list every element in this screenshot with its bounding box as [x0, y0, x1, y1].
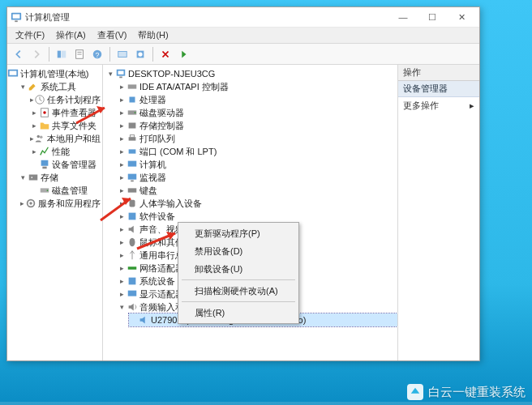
pc-icon	[127, 159, 138, 170]
dev-root[interactable]: ▾ DESKTOP-NJEU3CG	[106, 67, 397, 80]
collapse-icon[interactable]: ▾	[106, 70, 115, 78]
collapse-icon[interactable]: ▾	[19, 173, 28, 181]
scan-hardware-button[interactable]	[132, 46, 148, 62]
disk-icon	[39, 185, 50, 196]
dev-diskdrv[interactable]: ▸磁盘驱动器	[118, 106, 397, 119]
tree-performance[interactable]: ▸性能	[30, 145, 102, 158]
expand-icon[interactable]: ▸	[118, 147, 127, 156]
svg-rect-38	[129, 149, 136, 153]
expand-icon[interactable]: ▸	[118, 96, 127, 104]
actions-more[interactable]: 更多操作 ▸	[398, 97, 479, 113]
enable-button[interactable]	[175, 46, 191, 62]
menu-file[interactable]: 文件(F)	[11, 29, 49, 41]
tree-local-users[interactable]: ▸本地用户和组	[30, 132, 102, 145]
menu-properties[interactable]: 属性(R)	[180, 304, 297, 322]
svg-rect-30	[119, 77, 122, 79]
expand-icon[interactable]: ▸	[118, 109, 127, 117]
svg-rect-1	[13, 15, 20, 19]
expand-icon[interactable]: ▸	[118, 122, 127, 130]
svg-text:?: ?	[96, 50, 100, 58]
devmgr-icon	[39, 159, 50, 170]
forward-button[interactable]	[28, 46, 45, 62]
dev-ide[interactable]: ▸IDE ATA/ATAPI 控制器	[118, 80, 397, 93]
users-icon	[34, 133, 45, 144]
refresh-button[interactable]	[114, 46, 131, 62]
collapse-icon[interactable]: ▾	[19, 83, 28, 91]
dev-storctl[interactable]: ▸存储控制器	[118, 119, 397, 132]
expand-icon[interactable]: ▸	[118, 277, 127, 285]
tree-disk-mgmt[interactable]: ▸磁盘管理	[30, 184, 102, 197]
maximize-button[interactable]: ☐	[418, 8, 447, 26]
svg-rect-44	[129, 213, 136, 220]
clock-icon	[34, 94, 45, 105]
svg-rect-42	[128, 188, 137, 192]
expand-icon[interactable]: ▸	[118, 212, 127, 220]
show-hide-tree-button[interactable]	[54, 46, 70, 62]
menu-view[interactable]: 查看(V)	[92, 29, 132, 41]
software-icon	[127, 211, 138, 222]
app-icon	[11, 11, 22, 23]
dev-software[interactable]: ▸软件设备	[118, 210, 397, 223]
expand-icon[interactable]: ▸	[30, 109, 39, 117]
tree-root[interactable]: 计算机管理(本地)	[7, 67, 102, 80]
uninstall-button[interactable]	[157, 46, 174, 62]
keyboard-icon	[127, 185, 138, 196]
actions-pane: 操作 设备管理器 更多操作 ▸	[398, 65, 479, 360]
watermark-text: 白云一键重装系统	[428, 385, 526, 400]
svg-rect-35	[129, 123, 136, 129]
svg-rect-39	[128, 161, 137, 167]
expand-icon[interactable]: ▸	[118, 225, 127, 233]
expand-icon[interactable]: ▸	[118, 134, 127, 143]
tree-system-tools[interactable]: ▾ 系统工具	[19, 80, 102, 93]
expand-icon[interactable]: ▸	[118, 290, 127, 298]
expand-icon[interactable]: ▸	[118, 251, 127, 259]
expand-icon[interactable]: ▸	[118, 199, 127, 207]
tree-device-manager[interactable]: ▸设备管理器	[30, 158, 102, 171]
dev-printq[interactable]: ▸打印队列	[118, 132, 397, 145]
dev-hid[interactable]: ▸人体学输入设备	[118, 197, 397, 210]
menu-help[interactable]: 帮助(H)	[133, 29, 173, 41]
svg-point-27	[29, 202, 32, 205]
tree-task-scheduler[interactable]: ▸任务计划程序	[30, 93, 102, 106]
expand-icon[interactable]: ▸	[30, 147, 39, 156]
expand-icon[interactable]: ▸	[118, 83, 127, 91]
dev-keyboard[interactable]: ▸键盘	[118, 184, 397, 197]
properties-button[interactable]	[71, 46, 88, 62]
tree-services-apps[interactable]: ▸服务和应用程序	[19, 197, 102, 210]
menu-disable-device[interactable]: 禁用设备(D)	[180, 242, 297, 260]
titlebar[interactable]: 计算机管理 — ☐ ✕	[7, 7, 479, 28]
audio-io-icon	[127, 301, 138, 313]
svg-rect-2	[15, 20, 18, 22]
close-button[interactable]: ✕	[447, 8, 476, 26]
wrench-icon	[28, 81, 39, 92]
expand-icon[interactable]: ▸	[19, 199, 25, 207]
tree-shared-folders[interactable]: ▸共享文件夹	[30, 119, 102, 132]
collapse-icon[interactable]: ▾	[118, 303, 127, 311]
dev-monitor[interactable]: ▸监视器	[118, 171, 397, 184]
expand-icon[interactable]: ▸	[118, 186, 127, 194]
svg-point-34	[135, 112, 136, 113]
dev-com[interactable]: ▸端口 (COM 和 LPT)	[118, 145, 397, 158]
expand-icon[interactable]: ▸	[30, 122, 39, 130]
expand-icon[interactable]: ▸	[118, 160, 127, 168]
dev-computer[interactable]: ▸计算机	[118, 158, 397, 171]
svg-rect-37	[130, 135, 134, 138]
menu-scan-hardware[interactable]: 扫描检测硬件改动(A)	[180, 282, 297, 300]
menu-update-driver[interactable]: 更新驱动程序(P)	[180, 224, 297, 242]
expand-icon[interactable]: ▸	[118, 264, 127, 272]
menu-action[interactable]: 操作(A)	[51, 29, 91, 41]
event-icon	[39, 107, 50, 118]
expand-icon[interactable]: ▸	[118, 238, 127, 246]
help-button[interactable]: ?	[89, 46, 105, 62]
menu-uninstall-device[interactable]: 卸载设备(U)	[180, 260, 297, 278]
tree-storage[interactable]: ▾ 存储	[19, 171, 102, 184]
svg-point-23	[31, 177, 32, 178]
svg-rect-4	[62, 50, 66, 58]
svg-rect-21	[42, 167, 46, 169]
back-button[interactable]	[11, 46, 27, 62]
tree-event-viewer[interactable]: ▸事件查看器	[30, 106, 102, 119]
dev-cpu[interactable]: ▸处理器	[118, 93, 397, 106]
toolbar: ?	[7, 44, 479, 65]
expand-icon[interactable]: ▸	[118, 173, 127, 181]
minimize-button[interactable]: —	[388, 8, 418, 26]
